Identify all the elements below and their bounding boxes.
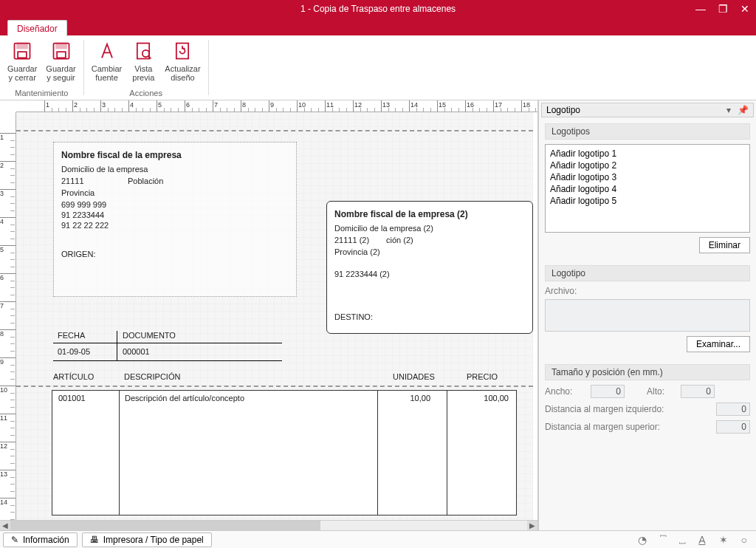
horizontal-scrollbar[interactable]: ◀ ▶ (0, 520, 537, 530)
list-item[interactable]: Añadir logotipo 1 (549, 148, 746, 160)
date-value[interactable]: 01-09-05 (58, 347, 90, 356)
tamano-title: Tamaño y posición (en mm.) (545, 364, 750, 380)
design-canvas[interactable]: Nombre fiscal de la empresa Domicilio de… (16, 112, 533, 520)
cell-articulo[interactable]: 001001 (58, 394, 86, 403)
dest-label[interactable]: DESTINO: (334, 312, 373, 321)
tab-designer[interactable]: Diseñador (7, 20, 67, 36)
refresh-design-button[interactable]: Actualizardiseño (160, 37, 205, 82)
circle-icon[interactable]: ○ (741, 534, 747, 546)
refresh-icon (171, 39, 194, 63)
ancho-input[interactable] (591, 385, 625, 398)
archivo-label: Archivo: (545, 286, 577, 296)
svg-rect-5 (57, 52, 66, 58)
pin-icon[interactable]: 📌 (738, 105, 749, 115)
date-label[interactable]: FECHA (58, 331, 85, 340)
destination-block[interactable]: Nombre fiscal de la empresa (2) Domicili… (326, 201, 533, 334)
scroll-left-icon[interactable]: ◀ (0, 521, 10, 530)
strike-icon[interactable]: ✶ (719, 534, 728, 546)
preview-icon (131, 39, 155, 63)
col-unidades[interactable]: UNIDADES (393, 372, 435, 381)
dest-phone[interactable]: 91 2233444 (2) (334, 270, 390, 278)
ancho-label: Ancho: (545, 386, 586, 397)
list-item[interactable]: Añadir logotipo 2 (549, 160, 746, 171)
origin-block[interactable]: Nombre fiscal de la empresa Domicilio de… (53, 142, 297, 297)
col-precio[interactable]: PRECIO (467, 372, 498, 381)
cell-precio[interactable]: 100,00 (484, 394, 509, 403)
scroll-right-icon[interactable]: ▶ (527, 521, 537, 530)
dist-sup-input[interactable] (716, 420, 750, 434)
minimize-button[interactable]: — (690, 0, 712, 18)
save-close-icon (10, 39, 34, 63)
doc-label[interactable]: DOCUMENTO (123, 331, 176, 340)
origin-province[interactable]: Provincia (61, 188, 94, 197)
preview-button[interactable]: Vistaprevia (126, 37, 160, 82)
side-panel: Logotipo ▾ 📌 Logotipos Añadir logotipo 1… (538, 100, 756, 530)
dist-izq-input[interactable] (716, 403, 750, 416)
title-bar: 1 - Copia de Traspaso entre almacenes — … (0, 0, 756, 18)
close-button[interactable]: ✕ (734, 0, 756, 18)
origin-phone1[interactable]: 699 999 999 (61, 200, 106, 209)
svg-rect-4 (56, 44, 66, 49)
list-item[interactable]: Añadir logotipo 5 (549, 195, 746, 207)
svg-point-7 (142, 50, 149, 57)
alto-label: Alto: (647, 386, 676, 397)
alto-input[interactable] (681, 385, 715, 398)
ribbon: Guardary cerrar Guardary seguir Mantenim… (0, 35, 756, 100)
maximize-button[interactable]: ❐ (712, 0, 734, 18)
logotipos-listbox[interactable]: Añadir logotipo 1Añadir logotipo 2Añadir… (545, 144, 750, 233)
svg-rect-2 (18, 52, 27, 58)
dest-address[interactable]: Domicilio de la empresa (2) (334, 224, 433, 233)
cell-descripcion[interactable]: Descripción del artículo/concepto (125, 394, 244, 403)
side-panel-header[interactable]: Logotipo ▾ 📌 (541, 103, 754, 117)
align-bottom-icon[interactable]: ⎵ (679, 534, 685, 546)
svg-rect-1 (17, 44, 27, 49)
detail-block[interactable]: 001001 Descripción del artículo/concepto… (52, 390, 517, 516)
dest-province[interactable]: Provincia (2) (334, 247, 380, 256)
eliminar-button[interactable]: Eliminar (699, 237, 750, 253)
ribbon-group-label: Acciones (87, 87, 205, 100)
window-title: 1 - Copia de Traspaso entre almacenes (300, 4, 456, 14)
printer-button[interactable]: 🖶 Impresora / Tipo de papel (82, 532, 212, 547)
info-button[interactable]: ✎ Información (3, 532, 78, 547)
list-item[interactable]: Añadir logotipo 4 (549, 183, 746, 195)
col-descripcion[interactable]: DESCRIPCIÓN (124, 372, 180, 381)
info-icon: ✎ (11, 535, 18, 545)
change-font-button[interactable]: Cambiarfuente (87, 37, 127, 82)
doc-value[interactable]: 000001 (123, 347, 150, 356)
font-icon (95, 39, 119, 63)
tab-strip: Diseñador (0, 18, 756, 35)
logotipo-title: Logotipo (545, 265, 750, 281)
origin-phone2[interactable]: 91 2233444 (61, 210, 104, 219)
origin-phone3[interactable]: 91 22 22 222 (61, 221, 109, 230)
cell-unidades[interactable]: 10,00 (410, 394, 430, 403)
align-top-icon[interactable]: ⎴ (660, 534, 666, 546)
origin-label[interactable]: ORIGEN: (61, 250, 95, 258)
status-tool-icons: ◔ ⎴ ⎵ A ✶ ○ (638, 534, 753, 546)
dest-city[interactable]: ción (2) (386, 236, 413, 244)
origin-city[interactable]: Población (128, 177, 163, 185)
ruler-vertical: 1234567891011121314 (0, 112, 16, 520)
list-item[interactable]: Añadir logotipo 3 (549, 171, 746, 183)
dist-izq-label: Distancia al margen izquierdo: (545, 404, 712, 414)
origin-address[interactable]: Domicilio de la empresa (61, 165, 148, 174)
side-panel-title: Logotipo (546, 105, 580, 115)
examinar-button[interactable]: Examinar... (687, 336, 750, 352)
dest-zip[interactable]: 21111 (2) (334, 236, 369, 244)
text-style-icon[interactable]: A (698, 534, 705, 546)
save-continue-icon (49, 39, 73, 63)
ruler-horizontal: 123456789101112131415161718 (16, 100, 537, 112)
canvas-scroll[interactable]: Nombre fiscal de la empresa Domicilio de… (16, 112, 537, 520)
dropdown-icon[interactable]: ▾ (726, 105, 731, 115)
origin-zip[interactable]: 21111 (61, 177, 84, 185)
save-close-button[interactable]: Guardary cerrar (3, 37, 41, 82)
ribbon-group-mantenimiento: Guardary cerrar Guardary seguir Mantenim… (0, 35, 83, 100)
origin-company-name[interactable]: Nombre fiscal de la empresa (61, 150, 182, 160)
palette-icon[interactable]: ◔ (638, 534, 647, 546)
dest-company-name[interactable]: Nombre fiscal de la empresa (2) (334, 209, 468, 219)
dist-sup-label: Distancia al margen superior: (545, 422, 712, 432)
col-articulo[interactable]: ARTÍCULO (53, 372, 94, 381)
svg-rect-8 (176, 44, 188, 59)
save-continue-button[interactable]: Guardary seguir (41, 37, 80, 82)
work-area: 123456789101112131415161718 123456789101… (0, 100, 756, 530)
archivo-field[interactable] (545, 299, 750, 332)
